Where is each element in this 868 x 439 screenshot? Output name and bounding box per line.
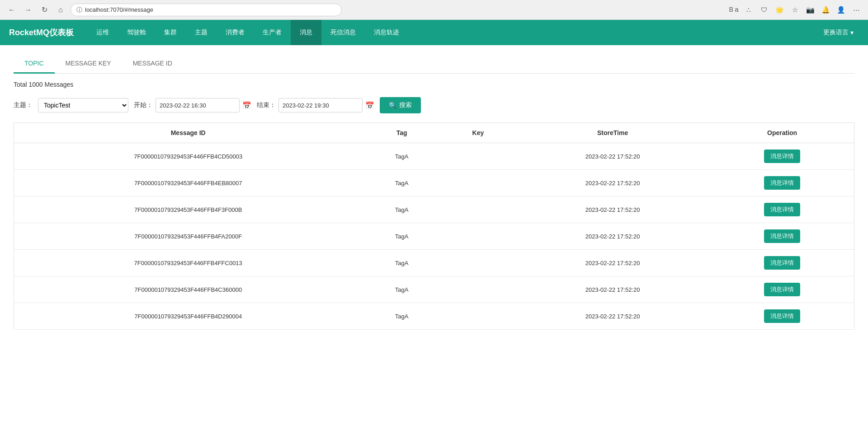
cell-message-id: 7F000001079329453F446FFB4FFC0013 [14,250,363,276]
col-message-id: Message ID [14,123,363,143]
table-row: 7F000001079329453F446FFB4CD50003TagA2023… [14,143,854,170]
browser-icons: Ｂa ∴ 🛡 🌟 ☆ 📷 🔔 👤 ⋯ [727,4,863,16]
total-messages: Total 1000 Messages [14,81,854,88]
nav-item-dead-letter[interactable]: 死信消息 [321,20,365,45]
search-bar: 主题： TopicTest 开始： 📅 结束： 📅 🔍 搜索 [14,97,854,113]
start-date-input[interactable] [156,98,240,112]
profile-icon[interactable]: 👤 [835,4,847,16]
search-button[interactable]: 🔍 搜索 [380,97,421,113]
search-btn-label: 搜索 [399,101,412,109]
cell-message-id: 7F000001079329453F446FFB4C360000 [14,276,363,303]
url-text: localhost:7070/#/message [85,6,153,13]
nav-item-dashboard[interactable]: 驾驶舱 [118,20,155,45]
end-calendar-icon[interactable]: 📅 [365,101,374,110]
table-body: 7F000001079329453F446FFB4CD50003TagA2023… [14,143,854,330]
cell-operation: 消息详情 [710,276,854,303]
tab-bar: TOPIC MESSAGE KEY MESSAGE ID [14,54,854,74]
nav-item-producer[interactable]: 生产者 [254,20,291,45]
lang-label: 更换语言 [823,28,849,37]
cell-key [441,196,515,223]
cell-operation: 消息详情 [710,170,854,196]
tab-message-id[interactable]: MESSAGE ID [122,54,183,74]
cell-store-time: 2023-02-22 17:52:20 [515,143,710,170]
extensions-icon[interactable]: 🌟 [773,4,786,16]
translate-icon[interactable]: ∴ [742,4,755,16]
cell-message-id: 7F000001079329453F446FFB4CD50003 [14,143,363,170]
start-calendar-icon[interactable]: 📅 [242,101,251,110]
collections-icon[interactable]: 📷 [804,4,816,16]
start-label: 开始： [134,101,153,109]
end-date-input[interactable] [278,98,363,112]
browser-bar: ← → ↻ ⌂ ⓘ localhost:7070/#/message Ｂa ∴ … [0,0,868,20]
table-header: Message ID Tag Key StoreTime Operation [14,123,854,143]
nav-item-ops[interactable]: 运维 [87,20,118,45]
col-tag: Tag [362,123,441,143]
topic-label: 主题： [14,101,33,109]
language-switcher[interactable]: 更换语言 ▾ [818,20,859,45]
cell-key [441,170,515,196]
table-row: 7F000001079329453F446FFB4EB80007TagA2023… [14,170,854,196]
topic-select[interactable]: TopicTest [38,98,128,112]
col-operation: Operation [710,123,854,143]
aa-icon[interactable]: Ｂa [727,4,740,16]
cell-message-id: 7F000001079329453F446FFB4FA2000F [14,223,363,250]
detail-button[interactable]: 消息详情 [764,149,800,163]
cell-store-time: 2023-02-22 17:52:20 [515,250,710,276]
cell-tag: TagA [362,250,441,276]
table-row: 7F000001079329453F446FFB4F3F000BTagA2023… [14,196,854,223]
brand-logo: RocketMQ仪表板 [9,27,74,38]
end-label: 结束： [257,101,276,109]
table-row: 7F000001079329453F446FFB4D290004TagA2023… [14,303,854,330]
nav-items: 运维 驾驶舱 集群 主题 消费者 生产者 消息 死信消息 消息轨迹 [87,20,818,45]
nav-item-trace[interactable]: 消息轨迹 [365,20,408,45]
cell-operation: 消息详情 [710,196,854,223]
shield-icon[interactable]: 🛡 [758,4,770,16]
cell-message-id: 7F000001079329453F446FFB4F3F000B [14,196,363,223]
cell-store-time: 2023-02-22 17:52:20 [515,196,710,223]
nav-item-cluster[interactable]: 集群 [155,20,186,45]
cell-tag: TagA [362,170,441,196]
table-row: 7F000001079329453F446FFB4FA2000FTagA2023… [14,223,854,250]
forward-button[interactable]: → [22,4,34,16]
cell-operation: 消息详情 [710,303,854,330]
detail-button[interactable]: 消息详情 [764,176,800,190]
detail-button[interactable]: 消息详情 [764,256,800,270]
more-icon[interactable]: ⋯ [850,4,863,16]
main-content: TOPIC MESSAGE KEY MESSAGE ID Total 1000 … [0,45,868,439]
search-icon: 🔍 [389,102,396,109]
cell-key [441,143,515,170]
end-date-wrapper: 结束： 📅 [257,98,374,112]
bookmark-icon[interactable]: ☆ [788,4,801,16]
cell-message-id: 7F000001079329453F446FFB4EB80007 [14,170,363,196]
detail-button[interactable]: 消息详情 [764,203,800,216]
nav-item-consumer[interactable]: 消费者 [217,20,254,45]
cell-message-id: 7F000001079329453F446FFB4D290004 [14,303,363,330]
detail-button[interactable]: 消息详情 [764,283,800,296]
refresh-button[interactable]: ↻ [38,4,51,16]
tab-message-key[interactable]: MESSAGE KEY [55,54,122,74]
detail-button[interactable]: 消息详情 [764,309,800,323]
cell-store-time: 2023-02-22 17:52:20 [515,170,710,196]
cell-tag: TagA [362,223,441,250]
nav-item-message[interactable]: 消息 [291,20,321,45]
cell-key [441,250,515,276]
cell-store-time: 2023-02-22 17:52:20 [515,303,710,330]
cell-store-time: 2023-02-22 17:52:20 [515,276,710,303]
chevron-down-icon: ▾ [850,29,854,36]
col-key: Key [441,123,515,143]
cell-tag: TagA [362,303,441,330]
table-row: 7F000001079329453F446FFB4C360000TagA2023… [14,276,854,303]
nav-item-topic[interactable]: 主题 [186,20,217,45]
start-date-wrapper: 开始： 📅 [134,98,251,112]
cell-key [441,223,515,250]
detail-button[interactable]: 消息详情 [764,229,800,243]
cell-tag: TagA [362,196,441,223]
top-nav: RocketMQ仪表板 运维 驾驶舱 集群 主题 消费者 生产者 消息 死信消息… [0,20,868,45]
address-bar: ⓘ localhost:7070/#/message [71,4,342,16]
tab-topic[interactable]: TOPIC [14,54,55,74]
back-button[interactable]: ← [5,4,18,16]
cell-tag: TagA [362,143,441,170]
info-icon: ⓘ [76,6,82,14]
notifications-icon[interactable]: 🔔 [819,4,832,16]
home-button[interactable]: ⌂ [54,4,67,16]
